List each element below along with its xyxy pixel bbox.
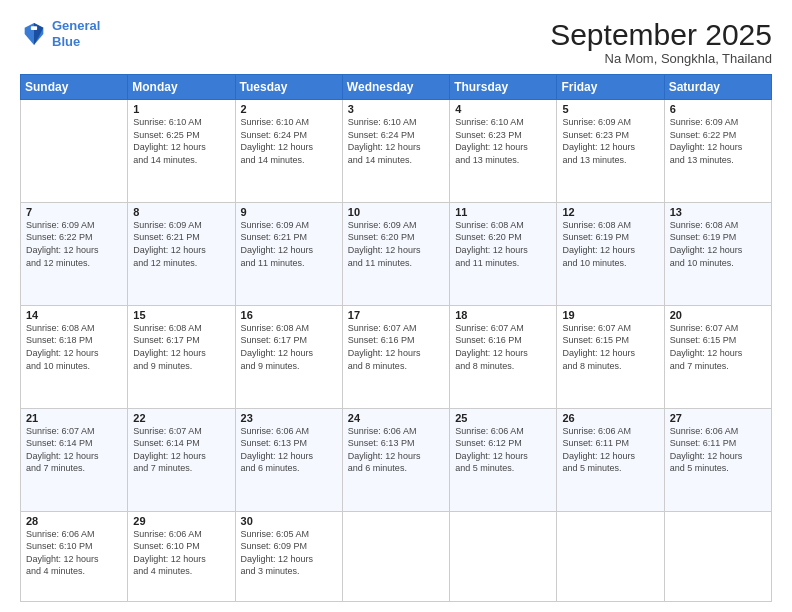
calendar-cell: 27Sunrise: 6:06 AM Sunset: 6:11 PM Dayli…	[664, 408, 771, 511]
day-number: 26	[562, 412, 658, 424]
day-info: Sunrise: 6:09 AM Sunset: 6:22 PM Dayligh…	[26, 219, 122, 269]
day-info: Sunrise: 6:09 AM Sunset: 6:21 PM Dayligh…	[133, 219, 229, 269]
day-info: Sunrise: 6:07 AM Sunset: 6:14 PM Dayligh…	[133, 425, 229, 475]
calendar-cell: 11Sunrise: 6:08 AM Sunset: 6:20 PM Dayli…	[450, 202, 557, 305]
day-info: Sunrise: 6:10 AM Sunset: 6:24 PM Dayligh…	[241, 116, 337, 166]
calendar-cell: 10Sunrise: 6:09 AM Sunset: 6:20 PM Dayli…	[342, 202, 449, 305]
calendar-cell	[342, 511, 449, 602]
day-info: Sunrise: 6:05 AM Sunset: 6:09 PM Dayligh…	[241, 528, 337, 578]
day-info: Sunrise: 6:07 AM Sunset: 6:15 PM Dayligh…	[562, 322, 658, 372]
day-number: 30	[241, 515, 337, 527]
day-info: Sunrise: 6:09 AM Sunset: 6:22 PM Dayligh…	[670, 116, 766, 166]
header: General Blue September 2025 Na Mom, Song…	[20, 18, 772, 66]
day-number: 15	[133, 309, 229, 321]
day-number: 11	[455, 206, 551, 218]
day-info: Sunrise: 6:06 AM Sunset: 6:10 PM Dayligh…	[26, 528, 122, 578]
calendar-cell: 28Sunrise: 6:06 AM Sunset: 6:10 PM Dayli…	[21, 511, 128, 602]
day-info: Sunrise: 6:06 AM Sunset: 6:11 PM Dayligh…	[562, 425, 658, 475]
weekday-header: Monday	[128, 75, 235, 100]
calendar-cell: 21Sunrise: 6:07 AM Sunset: 6:14 PM Dayli…	[21, 408, 128, 511]
day-info: Sunrise: 6:06 AM Sunset: 6:10 PM Dayligh…	[133, 528, 229, 578]
calendar-cell: 19Sunrise: 6:07 AM Sunset: 6:15 PM Dayli…	[557, 305, 664, 408]
day-info: Sunrise: 6:09 AM Sunset: 6:20 PM Dayligh…	[348, 219, 444, 269]
calendar-cell: 12Sunrise: 6:08 AM Sunset: 6:19 PM Dayli…	[557, 202, 664, 305]
day-info: Sunrise: 6:08 AM Sunset: 6:17 PM Dayligh…	[241, 322, 337, 372]
calendar-table: SundayMondayTuesdayWednesdayThursdayFrid…	[20, 74, 772, 602]
day-info: Sunrise: 6:07 AM Sunset: 6:16 PM Dayligh…	[455, 322, 551, 372]
weekday-header: Wednesday	[342, 75, 449, 100]
day-number: 22	[133, 412, 229, 424]
day-info: Sunrise: 6:09 AM Sunset: 6:21 PM Dayligh…	[241, 219, 337, 269]
calendar-cell: 9Sunrise: 6:09 AM Sunset: 6:21 PM Daylig…	[235, 202, 342, 305]
day-number: 2	[241, 103, 337, 115]
calendar-cell: 22Sunrise: 6:07 AM Sunset: 6:14 PM Dayli…	[128, 408, 235, 511]
day-number: 24	[348, 412, 444, 424]
logo: General Blue	[20, 18, 100, 49]
location: Na Mom, Songkhla, Thailand	[550, 51, 772, 66]
svg-rect-2	[31, 26, 37, 30]
day-number: 10	[348, 206, 444, 218]
calendar-cell: 20Sunrise: 6:07 AM Sunset: 6:15 PM Dayli…	[664, 305, 771, 408]
calendar-cell: 13Sunrise: 6:08 AM Sunset: 6:19 PM Dayli…	[664, 202, 771, 305]
calendar-cell: 23Sunrise: 6:06 AM Sunset: 6:13 PM Dayli…	[235, 408, 342, 511]
day-info: Sunrise: 6:07 AM Sunset: 6:14 PM Dayligh…	[26, 425, 122, 475]
day-number: 8	[133, 206, 229, 218]
day-info: Sunrise: 6:08 AM Sunset: 6:19 PM Dayligh…	[562, 219, 658, 269]
calendar-cell: 29Sunrise: 6:06 AM Sunset: 6:10 PM Dayli…	[128, 511, 235, 602]
calendar-cell: 2Sunrise: 6:10 AM Sunset: 6:24 PM Daylig…	[235, 100, 342, 203]
day-number: 18	[455, 309, 551, 321]
calendar-cell: 15Sunrise: 6:08 AM Sunset: 6:17 PM Dayli…	[128, 305, 235, 408]
logo-icon	[20, 20, 48, 48]
calendar-cell: 7Sunrise: 6:09 AM Sunset: 6:22 PM Daylig…	[21, 202, 128, 305]
day-number: 5	[562, 103, 658, 115]
day-number: 7	[26, 206, 122, 218]
calendar-cell: 5Sunrise: 6:09 AM Sunset: 6:23 PM Daylig…	[557, 100, 664, 203]
day-number: 6	[670, 103, 766, 115]
weekday-header: Tuesday	[235, 75, 342, 100]
day-number: 13	[670, 206, 766, 218]
calendar-cell	[21, 100, 128, 203]
weekday-header: Friday	[557, 75, 664, 100]
day-info: Sunrise: 6:10 AM Sunset: 6:23 PM Dayligh…	[455, 116, 551, 166]
day-number: 3	[348, 103, 444, 115]
day-number: 17	[348, 309, 444, 321]
day-number: 4	[455, 103, 551, 115]
day-info: Sunrise: 6:06 AM Sunset: 6:13 PM Dayligh…	[348, 425, 444, 475]
weekday-header: Thursday	[450, 75, 557, 100]
calendar-cell: 3Sunrise: 6:10 AM Sunset: 6:24 PM Daylig…	[342, 100, 449, 203]
day-info: Sunrise: 6:08 AM Sunset: 6:17 PM Dayligh…	[133, 322, 229, 372]
logo-line1: General	[52, 18, 100, 33]
day-number: 25	[455, 412, 551, 424]
day-number: 23	[241, 412, 337, 424]
day-info: Sunrise: 6:08 AM Sunset: 6:19 PM Dayligh…	[670, 219, 766, 269]
calendar-cell: 24Sunrise: 6:06 AM Sunset: 6:13 PM Dayli…	[342, 408, 449, 511]
day-number: 28	[26, 515, 122, 527]
month-title: September 2025	[550, 18, 772, 51]
day-number: 27	[670, 412, 766, 424]
page: General Blue September 2025 Na Mom, Song…	[0, 0, 792, 612]
day-number: 20	[670, 309, 766, 321]
calendar-cell: 6Sunrise: 6:09 AM Sunset: 6:22 PM Daylig…	[664, 100, 771, 203]
logo-text: General Blue	[52, 18, 100, 49]
day-info: Sunrise: 6:06 AM Sunset: 6:11 PM Dayligh…	[670, 425, 766, 475]
day-info: Sunrise: 6:09 AM Sunset: 6:23 PM Dayligh…	[562, 116, 658, 166]
day-number: 29	[133, 515, 229, 527]
calendar-cell	[557, 511, 664, 602]
day-number: 16	[241, 309, 337, 321]
day-number: 19	[562, 309, 658, 321]
calendar-cell: 30Sunrise: 6:05 AM Sunset: 6:09 PM Dayli…	[235, 511, 342, 602]
day-info: Sunrise: 6:06 AM Sunset: 6:13 PM Dayligh…	[241, 425, 337, 475]
day-info: Sunrise: 6:08 AM Sunset: 6:20 PM Dayligh…	[455, 219, 551, 269]
calendar-cell: 8Sunrise: 6:09 AM Sunset: 6:21 PM Daylig…	[128, 202, 235, 305]
calendar-cell: 1Sunrise: 6:10 AM Sunset: 6:25 PM Daylig…	[128, 100, 235, 203]
day-info: Sunrise: 6:08 AM Sunset: 6:18 PM Dayligh…	[26, 322, 122, 372]
calendar-cell: 4Sunrise: 6:10 AM Sunset: 6:23 PM Daylig…	[450, 100, 557, 203]
weekday-header: Saturday	[664, 75, 771, 100]
day-number: 12	[562, 206, 658, 218]
day-info: Sunrise: 6:06 AM Sunset: 6:12 PM Dayligh…	[455, 425, 551, 475]
calendar-cell: 18Sunrise: 6:07 AM Sunset: 6:16 PM Dayli…	[450, 305, 557, 408]
logo-line2: Blue	[52, 34, 80, 49]
calendar-cell: 14Sunrise: 6:08 AM Sunset: 6:18 PM Dayli…	[21, 305, 128, 408]
weekday-header: Sunday	[21, 75, 128, 100]
calendar-cell	[450, 511, 557, 602]
